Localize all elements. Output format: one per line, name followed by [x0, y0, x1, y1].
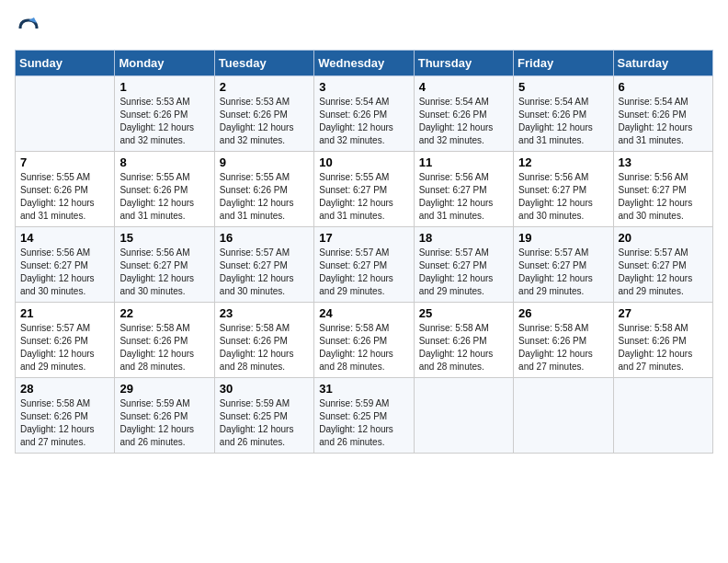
day-info: Sunrise: 5:55 AM Sunset: 6:27 PM Dayligh…: [319, 171, 408, 223]
day-number: 18: [419, 231, 508, 245]
day-info: Sunrise: 5:56 AM Sunset: 6:27 PM Dayligh…: [518, 171, 608, 223]
calendar-cell: 9Sunrise: 5:55 AM Sunset: 6:26 PM Daylig…: [214, 152, 313, 227]
calendar-cell: [414, 378, 513, 454]
day-info: Sunrise: 5:58 AM Sunset: 6:26 PM Dayligh…: [518, 322, 608, 373]
day-number: 7: [20, 155, 109, 169]
calendar-cell: 18Sunrise: 5:57 AM Sunset: 6:27 PM Dayli…: [414, 227, 513, 303]
calendar-cell: 16Sunrise: 5:57 AM Sunset: 6:27 PM Dayli…: [214, 227, 313, 303]
calendar-cell: 22Sunrise: 5:58 AM Sunset: 6:26 PM Dayli…: [115, 303, 214, 378]
calendar-cell: [514, 378, 613, 454]
day-info: Sunrise: 5:54 AM Sunset: 6:26 PM Dayligh…: [419, 96, 508, 147]
calendar-cell: 21Sunrise: 5:57 AM Sunset: 6:26 PM Dayli…: [16, 303, 115, 378]
calendar-cell: 19Sunrise: 5:57 AM Sunset: 6:27 PM Dayli…: [514, 227, 613, 303]
day-number: 23: [220, 306, 309, 320]
calendar-cell: 11Sunrise: 5:56 AM Sunset: 6:27 PM Dayli…: [414, 152, 513, 227]
calendar-cell: 4Sunrise: 5:54 AM Sunset: 6:26 PM Daylig…: [414, 76, 513, 152]
day-number: 8: [119, 155, 209, 169]
day-number: 17: [319, 231, 408, 245]
calendar-cell: 20Sunrise: 5:57 AM Sunset: 6:27 PM Dayli…: [613, 227, 712, 303]
calendar-cell: 14Sunrise: 5:56 AM Sunset: 6:27 PM Dayli…: [16, 227, 115, 303]
day-number: 5: [518, 80, 608, 94]
day-info: Sunrise: 5:54 AM Sunset: 6:26 PM Dayligh…: [619, 96, 708, 147]
day-info: Sunrise: 5:56 AM Sunset: 6:27 PM Dayligh…: [119, 247, 209, 298]
calendar-cell: 24Sunrise: 5:58 AM Sunset: 6:26 PM Dayli…: [314, 303, 414, 378]
day-number: 9: [220, 155, 309, 169]
day-info: Sunrise: 5:58 AM Sunset: 6:26 PM Dayligh…: [119, 322, 209, 373]
calendar-cell: 6Sunrise: 5:54 AM Sunset: 6:26 PM Daylig…: [613, 76, 712, 152]
calendar-cell: 10Sunrise: 5:55 AM Sunset: 6:27 PM Dayli…: [314, 152, 414, 227]
calendar-cell: 25Sunrise: 5:58 AM Sunset: 6:26 PM Dayli…: [414, 303, 513, 378]
day-number: 11: [419, 155, 508, 169]
day-info: Sunrise: 5:59 AM Sunset: 6:26 PM Dayligh…: [119, 397, 209, 449]
day-info: Sunrise: 5:57 AM Sunset: 6:27 PM Dayligh…: [619, 247, 708, 298]
calendar-cell: 30Sunrise: 5:59 AM Sunset: 6:25 PM Dayli…: [214, 378, 313, 454]
calendar-cell: 17Sunrise: 5:57 AM Sunset: 6:27 PM Dayli…: [314, 227, 414, 303]
day-number: 10: [319, 155, 408, 169]
day-number: 25: [419, 306, 508, 320]
day-number: 27: [619, 306, 708, 320]
day-number: 29: [119, 382, 209, 396]
day-number: 28: [20, 382, 109, 396]
day-info: Sunrise: 5:58 AM Sunset: 6:26 PM Dayligh…: [419, 322, 508, 373]
day-number: 4: [419, 80, 508, 94]
day-info: Sunrise: 5:57 AM Sunset: 6:27 PM Dayligh…: [419, 247, 508, 298]
day-info: Sunrise: 5:56 AM Sunset: 6:27 PM Dayligh…: [619, 171, 708, 223]
calendar-cell: 29Sunrise: 5:59 AM Sunset: 6:26 PM Dayli…: [115, 378, 214, 454]
calendar-cell: 8Sunrise: 5:55 AM Sunset: 6:26 PM Daylig…: [115, 152, 214, 227]
calendar-cell: 7Sunrise: 5:55 AM Sunset: 6:26 PM Daylig…: [16, 152, 115, 227]
header-day: Saturday: [613, 51, 712, 76]
day-number: 2: [220, 80, 309, 94]
day-number: 15: [119, 231, 209, 245]
calendar-week-row: 7Sunrise: 5:55 AM Sunset: 6:26 PM Daylig…: [16, 152, 713, 227]
calendar-cell: [613, 378, 712, 454]
day-number: 6: [619, 80, 708, 94]
logo: [15, 15, 46, 42]
calendar-cell: 13Sunrise: 5:56 AM Sunset: 6:27 PM Dayli…: [613, 152, 712, 227]
calendar-cell: 31Sunrise: 5:59 AM Sunset: 6:25 PM Dayli…: [314, 378, 414, 454]
day-number: 12: [518, 155, 608, 169]
header-day: Friday: [514, 51, 613, 76]
calendar-cell: 15Sunrise: 5:56 AM Sunset: 6:27 PM Dayli…: [115, 227, 214, 303]
day-number: 26: [518, 306, 608, 320]
day-info: Sunrise: 5:58 AM Sunset: 6:26 PM Dayligh…: [20, 397, 109, 449]
day-number: 16: [220, 231, 309, 245]
calendar-cell: 26Sunrise: 5:58 AM Sunset: 6:26 PM Dayli…: [514, 303, 613, 378]
day-info: Sunrise: 5:55 AM Sunset: 6:26 PM Dayligh…: [20, 171, 109, 223]
header-day: Thursday: [414, 51, 513, 76]
calendar-cell: 1Sunrise: 5:53 AM Sunset: 6:26 PM Daylig…: [115, 76, 214, 152]
calendar-cell: 2Sunrise: 5:53 AM Sunset: 6:26 PM Daylig…: [214, 76, 313, 152]
day-info: Sunrise: 5:57 AM Sunset: 6:26 PM Dayligh…: [20, 322, 109, 373]
day-info: Sunrise: 5:53 AM Sunset: 6:26 PM Dayligh…: [220, 96, 309, 147]
calendar-table: SundayMondayTuesdayWednesdayThursdayFrid…: [15, 50, 713, 454]
day-number: 20: [619, 231, 708, 245]
calendar-cell: 12Sunrise: 5:56 AM Sunset: 6:27 PM Dayli…: [514, 152, 613, 227]
day-info: Sunrise: 5:57 AM Sunset: 6:27 PM Dayligh…: [518, 247, 608, 298]
day-info: Sunrise: 5:54 AM Sunset: 6:26 PM Dayligh…: [319, 96, 408, 147]
day-number: 3: [319, 80, 408, 94]
day-info: Sunrise: 5:57 AM Sunset: 6:27 PM Dayligh…: [319, 247, 408, 298]
calendar-week-row: 14Sunrise: 5:56 AM Sunset: 6:27 PM Dayli…: [16, 227, 713, 303]
day-number: 31: [319, 382, 408, 396]
calendar-week-row: 21Sunrise: 5:57 AM Sunset: 6:26 PM Dayli…: [16, 303, 713, 378]
calendar-cell: 3Sunrise: 5:54 AM Sunset: 6:26 PM Daylig…: [314, 76, 414, 152]
header-day: Wednesday: [314, 51, 414, 76]
calendar-cell: [16, 76, 115, 152]
header-day: Tuesday: [214, 51, 313, 76]
calendar-cell: 28Sunrise: 5:58 AM Sunset: 6:26 PM Dayli…: [16, 378, 115, 454]
day-number: 14: [20, 231, 109, 245]
calendar-cell: 5Sunrise: 5:54 AM Sunset: 6:26 PM Daylig…: [514, 76, 613, 152]
calendar-cell: 27Sunrise: 5:58 AM Sunset: 6:26 PM Dayli…: [613, 303, 712, 378]
day-info: Sunrise: 5:56 AM Sunset: 6:27 PM Dayligh…: [419, 171, 508, 223]
day-number: 30: [220, 382, 309, 396]
header: [15, 15, 713, 42]
header-day: Sunday: [16, 51, 115, 76]
day-info: Sunrise: 5:55 AM Sunset: 6:26 PM Dayligh…: [119, 171, 209, 223]
day-number: 22: [119, 306, 209, 320]
day-number: 21: [20, 306, 109, 320]
day-info: Sunrise: 5:56 AM Sunset: 6:27 PM Dayligh…: [20, 247, 109, 298]
day-info: Sunrise: 5:55 AM Sunset: 6:26 PM Dayligh…: [220, 171, 309, 223]
day-info: Sunrise: 5:54 AM Sunset: 6:26 PM Dayligh…: [518, 96, 608, 147]
day-number: 24: [319, 306, 408, 320]
day-info: Sunrise: 5:59 AM Sunset: 6:25 PM Dayligh…: [319, 397, 408, 449]
calendar-week-row: 28Sunrise: 5:58 AM Sunset: 6:26 PM Dayli…: [16, 378, 713, 454]
